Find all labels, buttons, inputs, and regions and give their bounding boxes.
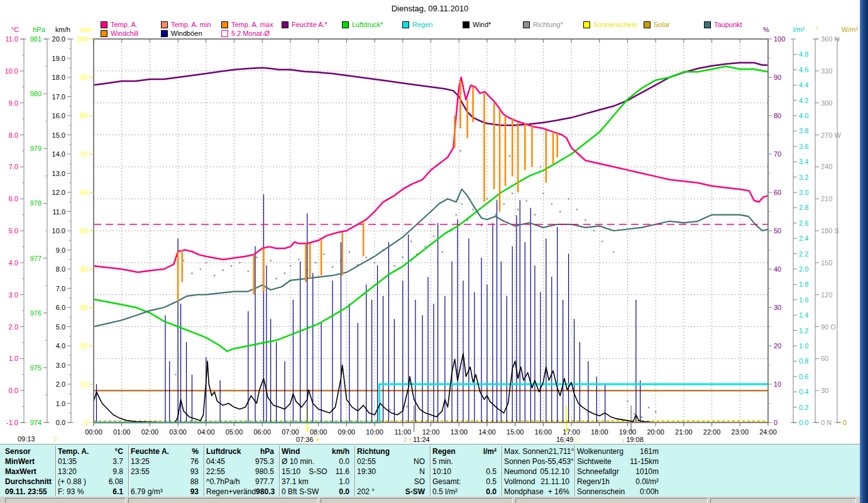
- svg-text:17.0: 17.0: [52, 93, 65, 101]
- svg-text:km/h: km/h: [55, 26, 70, 33]
- svg-text:90 O: 90 O: [821, 323, 836, 331]
- table-cell-value: 0.0: [339, 487, 349, 497]
- corner-time-note: 09:13☽: [18, 435, 57, 443]
- table-cell-value: 93: [190, 467, 199, 477]
- svg-text:0 N: 0 N: [821, 419, 832, 426]
- table-cell-value: km/h: [332, 446, 349, 456]
- table-cell-value: 3.7: [113, 456, 123, 467]
- svg-text:13.0: 13.0: [52, 170, 65, 177]
- svg-text:0: 0: [843, 419, 847, 426]
- svg-text:1.2: 1.2: [799, 327, 808, 334]
- svg-text:2.0: 2.0: [9, 323, 18, 331]
- table-separator: [55, 446, 56, 496]
- svg-text:981: 981: [30, 35, 41, 43]
- svg-text:2.6: 2.6: [799, 219, 808, 227]
- svg-text:24:00: 24:00: [759, 428, 777, 436]
- chart-canvas[interactable]: 11.010.09.08.07.06.05.04.03.02.01.00.0-1…: [0, 0, 868, 443]
- svg-text:210: 210: [821, 195, 832, 202]
- table-cell-label: Mondphase: [504, 487, 544, 497]
- svg-text:6.0: 6.0: [56, 304, 65, 311]
- svg-text:10.0: 10.0: [5, 67, 18, 75]
- table-cell-value: 1010m: [635, 467, 659, 477]
- svg-text:4.6: 4.6: [799, 66, 808, 74]
- table-cell-label: 13:20: [58, 467, 77, 477]
- table-cell-value: 0.0: [486, 487, 497, 497]
- svg-text:0: 0: [774, 419, 777, 426]
- svg-text:3.6: 3.6: [799, 143, 808, 150]
- svg-text:0.4: 0.4: [799, 388, 808, 395]
- svg-text:0.0: 0.0: [9, 387, 18, 394]
- table-cell-value: N: [419, 467, 425, 477]
- svg-text:13:00: 13:00: [450, 428, 468, 436]
- svg-text:15.0: 15.0: [52, 131, 65, 139]
- table-cell-value: 980.5: [255, 467, 274, 477]
- table-cell-value: 9.8: [113, 467, 123, 477]
- table-cell-value: l/m²: [483, 446, 497, 456]
- status-bar: [0, 497, 860, 503]
- svg-text:17:00: 17:00: [563, 428, 580, 436]
- table-cell-label: Sonnen Pos: [504, 456, 545, 467]
- table-separator: [204, 446, 204, 496]
- table-cell-value: 6.1: [113, 487, 123, 497]
- table-cell-label: 02:55: [357, 456, 376, 467]
- svg-text:240: 240: [821, 163, 832, 170]
- svg-text:-1.0: -1.0: [6, 419, 18, 426]
- svg-text:977: 977: [30, 255, 41, 262]
- table-cell-value: 980.3: [256, 487, 275, 497]
- table-cell-value: SO: [414, 477, 425, 487]
- svg-text:980: 980: [30, 90, 41, 97]
- svg-text:20:00: 20:00: [647, 428, 664, 436]
- table-cell-value: 977.7: [255, 477, 274, 487]
- table-cell-value: 21.11.10: [541, 477, 569, 487]
- window-border-right: [860, 0, 868, 503]
- table-cell-label: 5 min.: [432, 456, 453, 467]
- table-cell-label: Feuchte A.: [131, 446, 169, 456]
- table-cell-label: Richtung: [357, 446, 390, 456]
- table-cell-value: °C: [115, 446, 123, 456]
- table-cell-label: Sonnenschein: [577, 487, 625, 497]
- table-cell-value: 76: [190, 456, 199, 467]
- svg-text:0.2: 0.2: [799, 404, 808, 411]
- svg-text:02:00: 02:00: [141, 428, 159, 436]
- svg-text:40: 40: [774, 265, 781, 273]
- table-row-headers: SensorMinWertMaxWertDurchschnitt09.11. 2…: [5, 446, 53, 497]
- table-row-header: 09.11. 23:55: [5, 487, 53, 497]
- svg-text:01:00: 01:00: [113, 428, 131, 436]
- svg-text:10.0: 10.0: [52, 227, 65, 235]
- table-cell-label: 13:25: [131, 456, 150, 467]
- svg-text:5.0: 5.0: [9, 227, 18, 235]
- axis-pct: 1009080706050403020100%: [763, 26, 785, 426]
- svg-text:5.0: 5.0: [56, 323, 65, 331]
- svg-text:3.0: 3.0: [56, 362, 65, 369]
- table-cell-label: 15:10 S-SO: [282, 467, 327, 477]
- table-col-regen: Regenl/m²5 min.10:100.5Gesamt:0.50.5 l/m…: [432, 446, 497, 497]
- svg-text:2.4: 2.4: [799, 235, 808, 242]
- table-cell-label: 19:30: [357, 467, 376, 477]
- svg-text:1.0: 1.0: [799, 342, 808, 350]
- svg-text:50: 50: [774, 227, 781, 235]
- svg-text:10: 10: [80, 380, 88, 388]
- svg-text:60: 60: [774, 189, 781, 196]
- svg-text:11:00: 11:00: [394, 428, 411, 436]
- status-bar-panel: [515, 498, 708, 503]
- gridlines: [94, 39, 768, 423]
- svg-text:min: min: [80, 26, 92, 33]
- table-separator: [354, 446, 355, 496]
- svg-text:09:00: 09:00: [338, 428, 356, 436]
- svg-text:l/m²: l/m²: [793, 26, 805, 33]
- svg-text:300: 300: [821, 99, 832, 107]
- table-cell-value: 11.6: [336, 467, 349, 477]
- table-row-header: Sensor: [5, 446, 53, 456]
- weather-chart-window: Dienstag, 09.11.2010 Temp. A.Temp. A. mi…: [0, 0, 868, 503]
- svg-text:60: 60: [821, 355, 828, 362]
- sun-moon-marker-labels: 07:36☀☽↑11:2416:49□↓19:08: [296, 436, 644, 443]
- svg-text:4.0: 4.0: [9, 259, 18, 267]
- svg-text:1.4: 1.4: [799, 311, 808, 319]
- svg-text:15:00: 15:00: [507, 428, 524, 436]
- table-cell-label: 202 °: [357, 487, 375, 497]
- axis-min: 1009080706050403020100min: [77, 26, 94, 426]
- table-row-header: Durchschnitt: [5, 477, 53, 487]
- svg-text:975: 975: [30, 364, 41, 372]
- table-cell-value: 6.08: [109, 477, 123, 487]
- svg-text:19:00: 19:00: [619, 428, 637, 436]
